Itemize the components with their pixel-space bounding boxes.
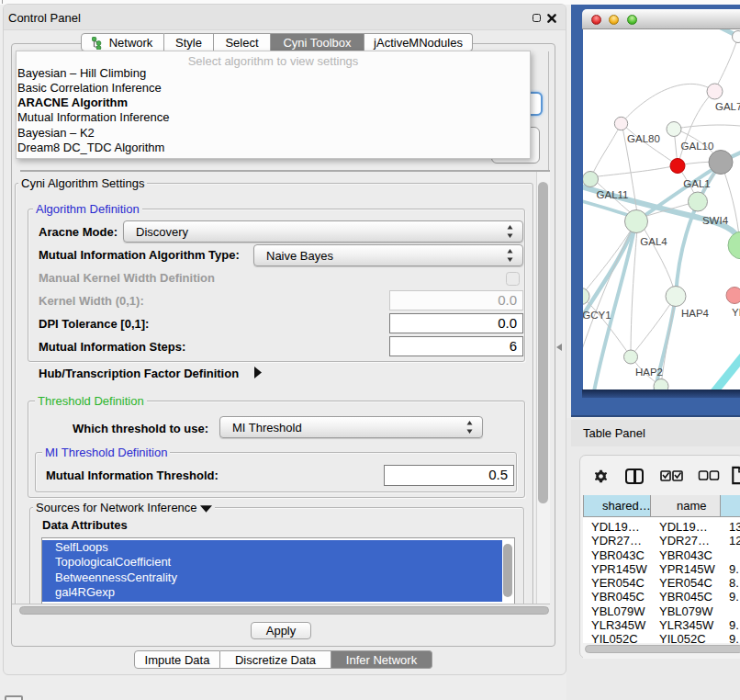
svg-text:GAL10: GAL10 — [681, 141, 714, 152]
svg-text:GAL1: GAL1 — [683, 178, 710, 189]
svg-text:GCY1: GCY1 — [583, 310, 611, 321]
svg-text:GAL7: GAL7 — [715, 101, 740, 112]
svg-text:HAP4: HAP4 — [681, 308, 710, 319]
svg-text:GAL11: GAL11 — [597, 189, 629, 200]
svg-text:YM: YM — [732, 307, 740, 318]
svg-text:SWI4: SWI4 — [702, 215, 729, 226]
svg-text:GAL4: GAL4 — [640, 236, 667, 247]
svg-text:HAP2: HAP2 — [635, 367, 663, 378]
svg-text:GAL80: GAL80 — [627, 133, 660, 144]
